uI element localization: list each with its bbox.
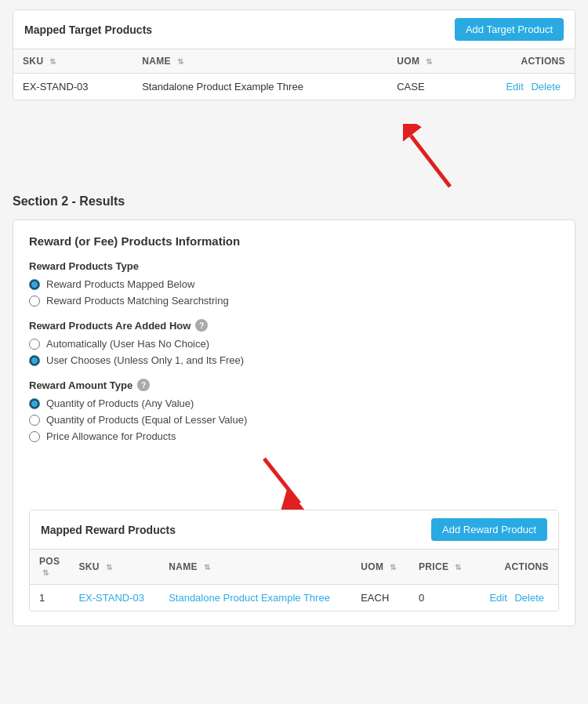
table-row: 1 EX-STAND-03 Standalone Product Example… [30,585,558,611]
radio-qty-any-input[interactable] [29,398,40,409]
add-reward-product-button[interactable]: Add Reward Product [431,518,547,541]
add-target-product-button[interactable]: Add Target Product [455,18,564,41]
reward-sku-sort-icon: ⇅ [106,563,112,572]
cell-sku: EX-STAND-03 [13,74,132,100]
radio-user-chooses[interactable]: User Chooses (Unless Only 1, and Its Fre… [29,354,559,366]
reward-uom-sort-icon: ⇅ [390,563,396,572]
radio-mapped-below-input[interactable] [29,279,40,290]
sku-sort-icon: ⇅ [49,57,56,66]
radio-qty-any[interactable]: Quantity of Products (Any Value) [29,397,559,409]
delete-link[interactable]: Delete [531,81,561,93]
cell-uom: CASE [387,74,464,100]
col-uom[interactable]: UOM ⇅ [387,49,464,74]
reward-products-title: Mapped Reward Products [41,524,176,536]
col-reward-sku[interactable]: SKU ⇅ [69,550,159,585]
reward-added-help-icon[interactable]: ? [195,319,208,332]
cell-reward-uom: EACH [351,585,409,611]
radio-mapped-below[interactable]: Reward Products Mapped Below [29,278,559,290]
red-arrow-up-svg [403,124,481,194]
reward-edit-link[interactable]: Edit [489,592,506,604]
radio-user-chooses-input[interactable] [29,355,40,366]
col-reward-uom[interactable]: UOM ⇅ [351,550,409,585]
radio-qty-equal-input[interactable] [29,415,40,426]
arrow-down-container [29,455,559,510]
mapped-target-products-section: Mapped Target Products Add Target Produc… [13,9,575,100]
radio-auto-input[interactable] [29,339,40,350]
col-pos[interactable]: POS ⇅ [30,550,69,585]
reward-added-how-group: Reward Products Are Added How ? Automati… [29,319,559,366]
col-reward-actions: ACTIONS [475,550,558,585]
reward-amount-radio-group: Quantity of Products (Any Value) Quantit… [29,397,559,442]
reward-amount-help-icon[interactable]: ? [137,379,150,391]
price-sort-icon: ⇅ [455,563,461,572]
reward-delete-link[interactable]: Delete [514,592,544,604]
radio-auto[interactable]: Automatically (User Has No Choice) [29,338,559,350]
radio-matching-search[interactable]: Reward Products Matching Searchstring [29,295,559,307]
cell-reward-actions: Edit Delete [475,585,558,611]
col-actions: ACTIONS [464,49,575,74]
reward-amount-label: Reward Amount Type ? [29,379,559,391]
section2-wrapper: Section 2 - Results Reward (or Fee) Prod… [13,194,575,626]
reward-type-label: Reward Products Type [29,260,559,272]
reward-products-type-group: Reward Products Type Reward Products Map… [29,260,559,307]
col-price[interactable]: PRICE ⇅ [409,550,475,585]
svg-line-3 [264,459,299,503]
radio-price-allowance[interactable]: Price Allowance for Products [29,430,559,442]
reward-type-radio-group: Reward Products Mapped Below Reward Prod… [29,278,559,307]
table-row: EX-STAND-03 Standalone Product Example T… [13,74,575,100]
reward-name-sort-icon: ⇅ [204,563,210,572]
pos-sort-icon: ⇅ [42,568,49,577]
reward-table-header-row: POS ⇅ SKU ⇅ NAME ⇅ [30,550,558,585]
col-name[interactable]: NAME ⇅ [132,49,387,74]
reward-products-table: POS ⇅ SKU ⇅ NAME ⇅ [30,549,558,611]
reward-products-header: Mapped Reward Products Add Reward Produc… [30,510,558,549]
red-arrow-down-svg [249,455,319,510]
radio-matching-search-input[interactable] [29,296,40,307]
target-table-header-row: SKU ⇅ NAME ⇅ UOM ⇅ ACTIONS [13,49,575,74]
reward-info-card: Reward (or Fee) Products Information Rew… [13,220,575,626]
cell-reward-sku: EX-STAND-03 [69,585,159,611]
section2-title: Section 2 - Results [13,194,575,209]
arrow-annotation-up [13,116,575,194]
radio-price-allowance-input[interactable] [29,431,40,442]
reward-name-link[interactable]: Standalone Product Example Three [169,592,330,604]
reward-added-radio-group: Automatically (User Has No Choice) User … [29,338,559,366]
cell-reward-name: Standalone Product Example Three [159,585,351,611]
target-products-header: Mapped Target Products Add Target Produc… [13,10,575,49]
reward-sku-link[interactable]: EX-STAND-03 [78,592,144,604]
mapped-reward-products-section: Mapped Reward Products Add Reward Produc… [29,510,559,611]
cell-name: Standalone Product Example Three [132,74,387,100]
edit-link[interactable]: Edit [506,81,523,93]
cell-price: 0 [409,585,475,611]
col-reward-name[interactable]: NAME ⇅ [159,550,351,585]
target-products-title: Mapped Target Products [24,24,152,36]
reward-card-title: Reward (or Fee) Products Information [29,234,559,248]
reward-added-label: Reward Products Are Added How ? [29,319,559,332]
cell-pos: 1 [30,585,69,611]
svg-line-1 [411,136,450,187]
target-products-table: SKU ⇅ NAME ⇅ UOM ⇅ ACTIONS [13,49,575,100]
uom-sort-icon: ⇅ [426,57,432,66]
name-sort-icon: ⇅ [177,57,183,66]
reward-amount-type-group: Reward Amount Type ? Quantity of Product… [29,379,559,442]
col-sku[interactable]: SKU ⇅ [13,49,132,74]
radio-qty-equal[interactable]: Quantity of Products (Equal of Lesser Va… [29,414,559,426]
page-wrapper: Mapped Target Products Add Target Produc… [0,0,588,647]
cell-actions: Edit Delete [464,74,575,100]
